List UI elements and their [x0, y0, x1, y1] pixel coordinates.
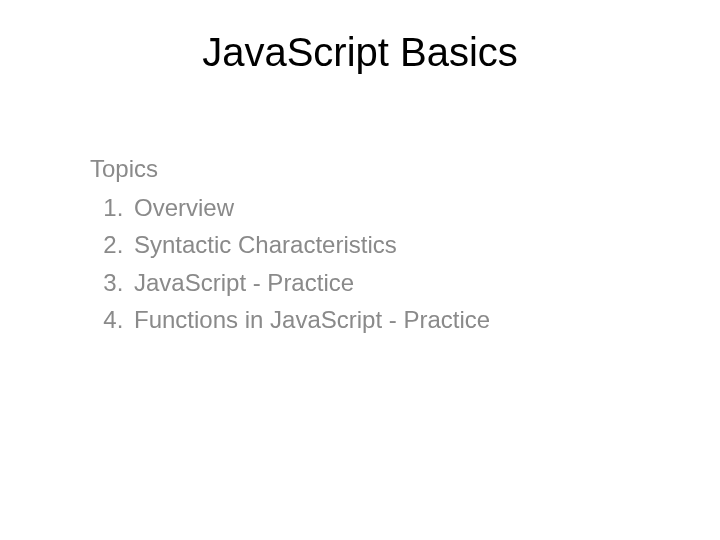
- list-item: Functions in JavaScript - Practice: [130, 301, 630, 338]
- slide-body: Topics Overview Syntactic Characteristic…: [90, 150, 630, 338]
- list-item: Overview: [130, 189, 630, 226]
- slide-title: JavaScript Basics: [0, 30, 720, 75]
- topics-heading: Topics: [90, 150, 630, 187]
- topics-list: Overview Syntactic Characteristics JavaS…: [90, 189, 630, 338]
- slide: JavaScript Basics Topics Overview Syntac…: [0, 0, 720, 540]
- list-item: Syntactic Characteristics: [130, 226, 630, 263]
- list-item: JavaScript - Practice: [130, 264, 630, 301]
